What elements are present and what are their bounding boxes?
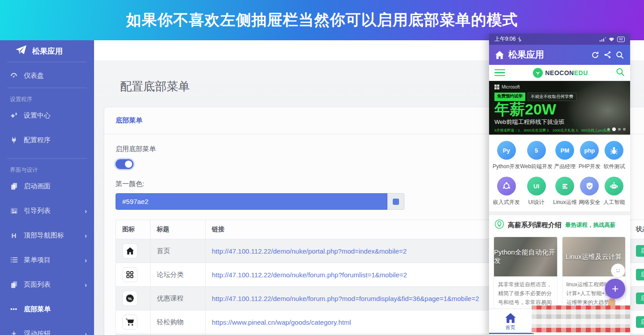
- robot-icon: [605, 177, 623, 195]
- sidebar-item-top-nav-icons[interactable]: H 顶部导航图标 ›: [0, 229, 94, 242]
- color-picker-button[interactable]: [387, 193, 404, 210]
- ubuntu-icon: [497, 177, 516, 195]
- status-badge: 启用: [636, 316, 644, 328]
- toggle-knob: [125, 161, 132, 168]
- status-badge: 启用: [636, 293, 644, 304]
- sidebar-item-label: 仪表盘: [24, 72, 87, 80]
- promo-banner-title: 如果你不喜欢左侧抽屉栏当然你可以启用底部菜单的模式: [126, 10, 518, 30]
- sidebar-item-dashboard[interactable]: 仪表盘: [0, 69, 94, 82]
- brand-logo-icon: [533, 68, 543, 78]
- hamburger-menu-icon: [494, 69, 505, 76]
- home-icon: [505, 313, 516, 323]
- divider: [7, 62, 87, 62]
- first-color-input[interactable]: [116, 193, 387, 210]
- signal-icon: [600, 37, 606, 42]
- layers-icon: [10, 183, 18, 190]
- hero-carousel-slide: Microsoft 免费预约试学 不就业不收取任何学费 年薪20W Web前端工…: [489, 81, 630, 135]
- course-title: Python全能自动化开发: [494, 248, 557, 265]
- first-color-group: [116, 193, 404, 210]
- category-ai: 人工智能: [602, 177, 627, 206]
- divider: [7, 158, 87, 159]
- shield-icon: [580, 177, 599, 195]
- app-logo-label: 松果应用: [32, 46, 63, 56]
- row-link[interactable]: http://47.100.112.22/demo/nuke/forum.php…: [212, 295, 479, 302]
- category-web-frontend: 5 Web前端开发: [520, 141, 552, 170]
- grid-icon: [122, 267, 137, 282]
- brand-text: NEOCON: [545, 69, 574, 76]
- lightbulb-icon: [494, 219, 504, 231]
- sidebar-section-settings: 设置程序: [10, 96, 94, 103]
- censored-mosaic: [532, 305, 630, 333]
- hero-badge-primary: 免费预约试学: [494, 93, 525, 101]
- sidebar: 松果应用 仪表盘 设置程序 设置中心 配置程序 界面与设计 启动画面 引导列表 …: [0, 40, 94, 335]
- bluetooth-icon: [518, 37, 521, 42]
- sidebar-item-configure-app[interactable]: 配置程序: [0, 134, 94, 146]
- site-brand: NEOCONEDU: [505, 68, 616, 78]
- microsoft-label: Microsoft: [502, 85, 520, 89]
- page-title: 配置底部菜单: [120, 79, 190, 94]
- ellipsis-icon: •••: [10, 306, 18, 312]
- chevron-right-icon: ›: [85, 207, 87, 215]
- php-icon: php: [580, 141, 599, 160]
- course-title: Linux运维及云计算: [566, 253, 622, 261]
- sidebar-item-floating-button[interactable]: + 浮动按钮 ›: [0, 327, 94, 335]
- row-title: 轻松购物: [150, 310, 206, 334]
- category-grid: Py Python开发 5 Web前端开发 PM 产品经理 php PHP开发 …: [489, 135, 630, 212]
- chevron-right-icon: ›: [85, 232, 87, 239]
- course-section-title: 高薪系列课程介绍: [508, 221, 562, 229]
- chat-bubble-icon: [611, 263, 625, 278]
- category-ui-design: UI UI设计: [520, 177, 552, 206]
- chevron-right-icon: ›: [85, 330, 87, 335]
- sidebar-item-label: 启动画面: [24, 182, 87, 191]
- percent-badge-icon: %: [122, 291, 137, 306]
- pages-icon: [10, 281, 18, 288]
- heading-icon: H: [10, 232, 18, 239]
- sidebar-item-label: 浮动按钮: [24, 330, 79, 335]
- course-section-header: 高薪系列课程介绍 最热课程，挑战高薪: [489, 215, 630, 235]
- divider: [7, 88, 87, 88]
- status-badge: 启用: [636, 269, 644, 280]
- floating-add-button: +: [605, 279, 625, 299]
- share-icon: [604, 51, 611, 59]
- plug-icon: [10, 137, 18, 144]
- enable-bottom-menu-toggle[interactable]: [116, 159, 133, 169]
- ui-icon: UI: [527, 177, 546, 195]
- row-title: 论坛分类: [150, 263, 206, 287]
- bug-icon: [605, 141, 623, 160]
- category-software-testing: 软件测试: [602, 141, 627, 170]
- category-php: php PHP开发: [577, 141, 602, 170]
- sidebar-item-label: 底部菜单: [24, 305, 87, 314]
- hero-badge-secondary: 不就业不收取任何学费: [528, 93, 576, 101]
- app-logo[interactable]: 松果应用: [0, 40, 94, 62]
- row-link[interactable]: http://47.100.112.22/demo/nuke/forum.php…: [212, 271, 407, 279]
- image-icon: [10, 208, 18, 214]
- sidebar-item-splash-screen[interactable]: 启动画面: [0, 180, 94, 192]
- wifi-icon: [609, 37, 614, 42]
- sidebar-item-settings-center[interactable]: 设置中心: [0, 109, 94, 122]
- divider: [489, 212, 630, 215]
- category-product-manager: PM 产品经理: [553, 141, 577, 170]
- course-section-subtitle: 最热课程，挑战高薪: [565, 221, 616, 229]
- chevron-right-icon: ›: [85, 281, 87, 288]
- sidebar-item-page-list[interactable]: 页面列表 ›: [0, 278, 94, 291]
- phone-status-bar: 上午9:06 92: [489, 34, 630, 45]
- row-link[interactable]: https://www.pineal.cn/wap/goods/category…: [212, 318, 351, 326]
- course-description: 其非常接近自然语言，精简了很多不必要的分号和括号，非常容易阅读理解。: [494, 276, 557, 306]
- category-python: Py Python开发: [493, 141, 520, 170]
- bottom-nav-home: 首页: [489, 309, 532, 335]
- course-image: Python全能自动化开发: [494, 237, 557, 276]
- site-search-icon: [616, 68, 625, 78]
- phone-app-bar: 松果应用: [489, 45, 630, 65]
- sidebar-item-bottom-menu[interactable]: ••• 底部菜单: [0, 303, 94, 315]
- sidebar-item-guide-list[interactable]: 引导列表 ›: [0, 204, 94, 217]
- home-icon: [495, 51, 504, 59]
- html5-icon: 5: [527, 141, 546, 160]
- bottom-nav-home-label: 首页: [506, 324, 515, 331]
- paper-plane-icon: [15, 45, 27, 57]
- column-header-icon: 图标: [116, 220, 150, 239]
- row-link[interactable]: http://47.100.112.22/demo/nuke/portal.ph…: [212, 247, 407, 255]
- sidebar-item-menu-items[interactable]: 菜单项目 ›: [0, 254, 94, 266]
- chevron-right-icon: ›: [85, 256, 87, 264]
- refresh-icon: [591, 51, 599, 59]
- sidebar-item-label: 页面列表: [24, 280, 79, 289]
